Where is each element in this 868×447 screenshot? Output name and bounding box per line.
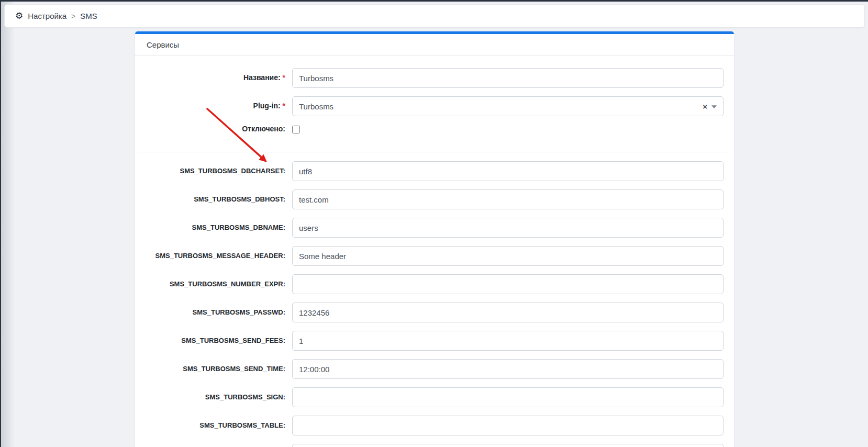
form-row-sms_turbosms_send_fees: SMS_TURBOSMS_SEND_FEES: — [146, 331, 724, 351]
field-label-sms_turbosms_dbname: SMS_TURBOSMS_DBNAME: — [146, 224, 285, 232]
field-label-sms_turbosms_send_time: SMS_TURBOSMS_SEND_TIME: — [146, 365, 285, 373]
form-row-sms_turbosms_dbname: SMS_TURBOSMS_DBNAME: — [146, 218, 724, 238]
form-row-sms_turbosms_sign: SMS_TURBOSMS_SIGN: — [146, 387, 724, 407]
field-label-text: SMS_TURBOSMS_SIGN: — [205, 393, 285, 401]
field-label-sms_turbosms_message_header: SMS_TURBOSMS_MESSAGE_HEADER: — [146, 252, 285, 260]
form-row-sms_turbosms_dbhost: SMS_TURBOSMS_DBHOST: — [146, 189, 724, 209]
form-row-sms_turbosms_dbcharset: SMS_TURBOSMS_DBCHARSET: — [146, 161, 724, 181]
disabled-checkbox[interactable] — [292, 126, 300, 133]
field-input-sms_turbosms_send_time[interactable] — [292, 359, 724, 379]
select-value: Turbosms — [299, 102, 333, 111]
clear-icon[interactable]: × — [703, 103, 707, 110]
form-row-sms_turbosms_message_header: SMS_TURBOSMS_MESSAGE_HEADER: — [146, 246, 724, 266]
form-row-sms_turbosms_table: SMS_TURBOSMS_TABLE: — [146, 416, 724, 435]
form-row-disabled: Отключено: — [146, 125, 724, 134]
field-label-sms_turbosms_dbcharset: SMS_TURBOSMS_DBCHARSET: — [146, 167, 285, 175]
form-row-next_field_partial — [146, 444, 724, 447]
field-label-text: Отключено: — [242, 125, 285, 133]
form-row-sms_turbosms_number_expr: SMS_TURBOSMS_NUMBER_EXPR: — [146, 274, 724, 294]
field-label-sms_turbosms_send_fees: SMS_TURBOSMS_SEND_FEES: — [146, 337, 285, 345]
field-input-sms_turbosms_table[interactable] — [292, 416, 724, 435]
caret-down-icon[interactable] — [711, 105, 717, 108]
form-row-plugin: Plug-in: *Turbosms× — [146, 96, 724, 116]
field-input-sms_turbosms_dbhost[interactable] — [292, 189, 724, 209]
form-row-sms_turbosms_send_time: SMS_TURBOSMS_SEND_TIME: — [146, 359, 724, 379]
field-input-next_field_partial[interactable] — [292, 444, 724, 447]
field-label-sms_turbosms_table: SMS_TURBOSMS_TABLE: — [146, 421, 285, 430]
window-left-edge — [0, 0, 1, 447]
form-row-sms_turbosms_passwd: SMS_TURBOSMS_PASSWD: — [146, 303, 724, 322]
breadcrumb: ⚙ Настройка > SMS — [4, 4, 865, 28]
breadcrumb-item-settings[interactable]: Настройка — [28, 12, 66, 20]
section-divider — [139, 152, 730, 152]
field-label-name: Название: * — [146, 73, 285, 83]
field-label-sms_turbosms_number_expr: SMS_TURBOSMS_NUMBER_EXPR: — [146, 280, 285, 288]
field-label-text: SMS_TURBOSMS_SEND_TIME: — [183, 365, 285, 373]
field-label-plugin: Plug-in: * — [146, 102, 285, 111]
field-label-sms_turbosms_passwd: SMS_TURBOSMS_PASSWD: — [146, 308, 285, 317]
field-label-text: SMS_TURBOSMS_TABLE: — [199, 421, 285, 429]
services-form: Название: *Plug-in: *Turbosms×Отключено:… — [135, 56, 734, 447]
card-title: Сервисы — [135, 34, 734, 56]
field-label-sms_turbosms_sign: SMS_TURBOSMS_SIGN: — [146, 393, 285, 401]
field-input-sms_turbosms_send_fees[interactable] — [292, 331, 724, 351]
field-input-sms_turbosms_dbname[interactable] — [292, 218, 724, 238]
field-label-text: SMS_TURBOSMS_DBHOST: — [194, 195, 285, 203]
field-input-sms_turbosms_number_expr[interactable] — [292, 274, 724, 294]
field-label-disabled: Отключено: — [146, 125, 285, 134]
required-asterisk: * — [283, 102, 285, 110]
services-card: Сервисы Название: *Plug-in: *Turbosms×От… — [135, 31, 734, 447]
field-input-sms_turbosms_passwd[interactable] — [292, 303, 724, 322]
field-input-sms_turbosms_dbcharset[interactable] — [292, 161, 724, 181]
field-label-text: SMS_TURBOSMS_DBNAME: — [192, 224, 285, 231]
field-label-text: SMS_TURBOSMS_SEND_FEES: — [181, 337, 285, 344]
field-input-name[interactable] — [292, 68, 724, 88]
field-label-text: SMS_TURBOSMS_NUMBER_EXPR: — [170, 280, 285, 288]
field-input-sms_turbosms_sign[interactable] — [292, 387, 724, 407]
field-label-text: SMS_TURBOSMS_DBCHARSET: — [180, 167, 285, 175]
breadcrumb-item-sms: SMS — [80, 12, 97, 20]
field-label-text: SMS_TURBOSMS_PASSWD: — [193, 308, 285, 316]
field-label-text: Plug-in: — [253, 102, 281, 110]
plugin-select[interactable]: Turbosms× — [292, 96, 724, 116]
required-asterisk: * — [283, 73, 285, 82]
field-label-text: Название: — [243, 73, 281, 82]
form-row-name: Название: * — [146, 68, 724, 88]
left-edge-shadow — [1, 0, 15, 447]
gear-icon[interactable]: ⚙ — [15, 12, 23, 20]
window-top-edge — [0, 0, 868, 2]
field-label-sms_turbosms_dbhost: SMS_TURBOSMS_DBHOST: — [146, 195, 285, 204]
breadcrumb-separator: > — [71, 12, 75, 20]
field-label-text: SMS_TURBOSMS_MESSAGE_HEADER: — [155, 252, 286, 260]
field-input-sms_turbosms_message_header[interactable] — [292, 246, 724, 266]
